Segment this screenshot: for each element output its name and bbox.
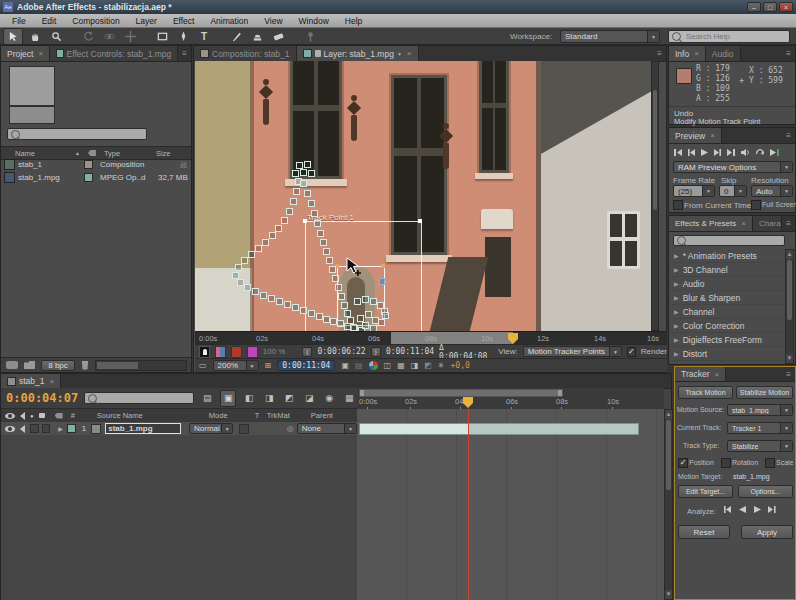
- chevron-down-icon[interactable]: ▼: [397, 51, 402, 57]
- motion-blur-button[interactable]: ◪: [302, 391, 316, 406]
- track-keyframe-square[interactable]: [281, 217, 288, 224]
- track-keyframe-square[interactable]: [304, 190, 311, 197]
- expand-triangle-icon[interactable]: ▶: [674, 336, 679, 343]
- tab-composition[interactable]: Composition: stab_1: [194, 46, 297, 61]
- transparency-grid-icon[interactable]: ▦: [397, 361, 405, 370]
- analyze-backward-frame-button[interactable]: [723, 505, 733, 516]
- scroll-up-icon[interactable]: ▲: [786, 250, 793, 259]
- track-type-dropdown[interactable]: Stabilize▼: [727, 440, 793, 452]
- track-keyframe-square[interactable]: [284, 301, 291, 308]
- frame-rate-dropdown[interactable]: (25)▼: [673, 185, 715, 197]
- track-keyframe-square[interactable]: [300, 169, 307, 176]
- col-size[interactable]: Size: [156, 149, 171, 158]
- tab-character[interactable]: Characte: [753, 216, 782, 231]
- pen-tool[interactable]: [174, 29, 192, 44]
- col-name[interactable]: Name: [15, 149, 75, 158]
- close-icon[interactable]: ×: [741, 219, 746, 228]
- from-current-time-checkbox[interactable]: [673, 200, 683, 210]
- draft-3d-button[interactable]: ◧: [242, 391, 256, 406]
- track-keyframe-square[interactable]: [326, 257, 333, 264]
- col-type[interactable]: Type: [104, 149, 156, 158]
- track-keyframe-square[interactable]: [248, 251, 255, 258]
- next-frame-button[interactable]: [713, 148, 722, 159]
- expand-triangle-icon[interactable]: ▶: [674, 280, 679, 287]
- track-keyframe-square[interactable]: [252, 288, 259, 295]
- tab-effect-controls[interactable]: Effect Controls: stab_1.mpg: [50, 46, 178, 61]
- track-keyframe-square[interactable]: [308, 310, 315, 317]
- region-of-interest-icon[interactable]: ⊞: [265, 361, 272, 370]
- project-search[interactable]: [7, 128, 147, 140]
- menu-item[interactable]: Help: [337, 16, 370, 26]
- search-help-box[interactable]: [668, 30, 790, 43]
- effects-search-input[interactable]: [689, 235, 784, 246]
- opacity-swatch-icon[interactable]: [247, 346, 257, 358]
- track-motion-button[interactable]: Track Motion: [678, 386, 733, 399]
- track-keyframe-square[interactable]: [290, 198, 297, 205]
- track-keyframe-square[interactable]: [296, 162, 303, 169]
- first-frame-button[interactable]: [673, 148, 683, 159]
- target-icon[interactable]: [231, 346, 242, 358]
- effects-vscrollbar[interactable]: ▲ ▼: [785, 249, 794, 364]
- analyze-forward-frame-button[interactable]: [767, 505, 777, 516]
- menu-item[interactable]: Window: [291, 16, 337, 26]
- parent-dropdown[interactable]: None▼: [297, 423, 357, 434]
- track-keyframe-square[interactable]: [292, 304, 299, 311]
- track-keyframe-square[interactable]: [350, 324, 357, 331]
- type-tool[interactable]: T: [195, 29, 213, 44]
- ram-preview-options-dropdown[interactable]: RAM Preview Options▼: [673, 161, 793, 173]
- selection-tool[interactable]: [3, 28, 23, 45]
- interpret-footage-icon[interactable]: [6, 361, 18, 369]
- effects-category[interactable]: ▶ * Animation Presets: [670, 249, 786, 263]
- effects-category[interactable]: ▶ Digieffects FreeForm: [670, 333, 786, 347]
- track-keyframe-square[interactable]: [308, 170, 315, 177]
- out-point-time[interactable]: 0:00:11:04: [386, 347, 434, 356]
- track-keyframe-square[interactable]: [362, 322, 369, 329]
- video-viewport[interactable]: Track Point 1: [195, 61, 659, 331]
- track-keyframe-square[interactable]: [269, 232, 276, 239]
- panel-menu-icon[interactable]: ≡: [782, 216, 795, 231]
- panel-menu-icon[interactable]: ≡: [782, 367, 795, 381]
- tab-tracker[interactable]: Tracker×: [675, 367, 726, 381]
- timeline-vscrollbar[interactable]: ▲ ▼: [664, 409, 673, 600]
- exposure-icon[interactable]: ✳: [438, 361, 445, 370]
- label-swatch[interactable]: [84, 173, 93, 182]
- close-icon[interactable]: ×: [50, 377, 55, 386]
- track-keyframe-selected[interactable]: [379, 278, 386, 285]
- ram-preview-button[interactable]: [769, 148, 780, 159]
- new-folder-icon[interactable]: [24, 361, 35, 369]
- track-keyframe-square[interactable]: [244, 284, 251, 291]
- col-t[interactable]: T: [255, 411, 267, 420]
- magnification-dropdown[interactable]: 200%▼: [213, 360, 259, 371]
- pickwhip-icon[interactable]: ◎: [287, 424, 294, 433]
- expand-triangle-icon[interactable]: ▶: [674, 350, 679, 357]
- track-keyframe-square[interactable]: [338, 293, 345, 300]
- scroll-up-icon[interactable]: ▲: [665, 410, 672, 419]
- effects-category[interactable]: ▶ Color Correction: [670, 319, 786, 333]
- position-checkbox[interactable]: ✓: [678, 458, 688, 468]
- tab-layer[interactable]: Layer: stab_1.mpg ▼ ×: [297, 46, 419, 61]
- track-keyframe-square[interactable]: [344, 310, 351, 317]
- effects-category[interactable]: ▶ Channel: [670, 305, 786, 319]
- panel-menu-icon[interactable]: ≡: [782, 128, 795, 143]
- col-source-name[interactable]: Source Name: [97, 411, 209, 420]
- track-keyframe-square[interactable]: [235, 264, 242, 271]
- track-keyframe-square[interactable]: [317, 230, 324, 237]
- track-keyframe-square[interactable]: [304, 161, 311, 168]
- track-keyframe-square[interactable]: [362, 296, 369, 303]
- solo-box[interactable]: [30, 424, 39, 433]
- track-keyframe-square[interactable]: [255, 245, 262, 252]
- close-icon[interactable]: ×: [710, 131, 715, 140]
- camera-tool[interactable]: [100, 29, 118, 44]
- track-keyframe-square[interactable]: [311, 210, 318, 217]
- timeline-ruler-area[interactable]: 0:00s02s04s06s08s10s: [357, 388, 664, 410]
- track-keyframe-square[interactable]: [330, 318, 337, 325]
- brush-tool[interactable]: [227, 29, 245, 44]
- frame-blending-button[interactable]: ◩: [282, 391, 296, 406]
- track-keyframe-square[interactable]: [323, 248, 330, 255]
- track-keyframe-square[interactable]: [365, 311, 372, 318]
- track-keyframe-square[interactable]: [232, 272, 239, 279]
- current-time-display[interactable]: 0:00:11:04: [277, 360, 335, 371]
- expand-triangle-icon[interactable]: ▶: [674, 294, 679, 301]
- tab-project[interactable]: Project×: [1, 46, 50, 61]
- track-keyframe-square[interactable]: [300, 180, 307, 187]
